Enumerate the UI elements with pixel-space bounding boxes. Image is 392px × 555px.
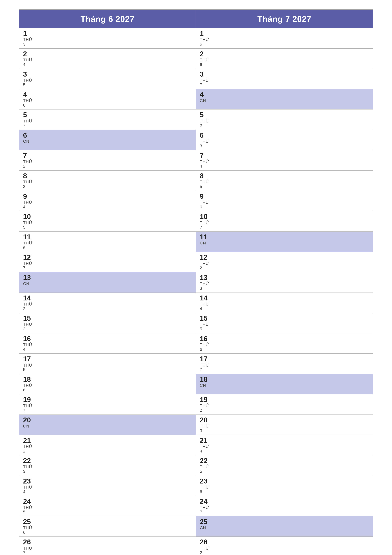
july-day-num-9: 9 — [200, 193, 370, 200]
june-day-week-2: 4 — [23, 62, 192, 67]
june-day-num-13: 13 — [23, 274, 192, 281]
june-day-num-25: 25 — [23, 518, 192, 526]
july-day-21: 21 THỨ 4 — [196, 435, 373, 455]
june-day-1: 1 THỨ 3 — [19, 28, 196, 49]
july-day-week-10: 7 — [200, 225, 370, 230]
july-day-week-6: 3 — [200, 144, 370, 148]
july-day-18: 18 CN — [196, 374, 373, 394]
june-day-week-4: 6 — [23, 103, 192, 108]
june-day-label-12: THỨ — [23, 261, 192, 266]
june-day-16: 16 THỨ 4 — [19, 333, 196, 354]
july-day-label-1: THỨ — [200, 37, 370, 42]
june-day-week-22: 3 — [23, 469, 192, 474]
july-day-num-5: 5 — [200, 111, 370, 119]
july-day-num-26: 26 — [200, 538, 370, 546]
june-day-18: 18 THỨ 6 — [19, 374, 196, 394]
july-day-week-8: 5 — [200, 184, 370, 189]
june-day-label-13: CN — [23, 281, 192, 286]
july-day-label-21: THỨ — [200, 444, 370, 449]
june-day-label-1: THỨ — [23, 37, 192, 42]
june-day-label-10: THỨ — [23, 220, 192, 225]
header-row: Tháng 6 2027 Tháng 7 2027 — [19, 10, 373, 28]
july-day-week-21: 4 — [200, 449, 370, 453]
july-day-week-7: 4 — [200, 164, 370, 168]
june-day-14: 14 THỨ 2 — [19, 293, 196, 313]
june-day-week-15: 3 — [23, 327, 192, 331]
july-day-label-9: THỨ — [200, 200, 370, 205]
june-day-label-8: THỨ — [23, 180, 192, 184]
june-day-week-19: 7 — [23, 408, 192, 413]
june-day-num-16: 16 — [23, 335, 192, 343]
july-day-num-1: 1 — [200, 30, 370, 37]
july-day-num-19: 19 — [200, 396, 370, 403]
june-day-2: 2 THỨ 4 — [19, 49, 196, 69]
june-day-label-24: THỨ — [23, 505, 192, 510]
month2-header: Tháng 7 2027 — [196, 10, 373, 28]
june-day-num-26: 26 — [23, 538, 192, 546]
july-day-num-16: 16 — [200, 335, 370, 343]
june-day-num-14: 14 — [23, 294, 192, 302]
july-day-label-10: THỨ — [200, 220, 370, 225]
july-day-9: 9 THỨ 6 — [196, 191, 373, 211]
july-day-11: 11 CN — [196, 232, 373, 252]
july-day-week-20: 3 — [200, 428, 370, 433]
june-day-label-14: THỨ — [23, 302, 192, 307]
july-day-num-20: 20 — [200, 416, 370, 424]
june-day-label-18: THỨ — [23, 383, 192, 388]
july-day-num-6: 6 — [200, 131, 370, 139]
july-day-25: 25 CN — [196, 516, 373, 537]
july-day-num-7: 7 — [200, 152, 370, 159]
days-grid: 1 THỨ 31 THỨ 52 THỨ 42 THỨ 63 THỨ 53 THỨ… — [19, 28, 373, 555]
july-day-label-13: THỨ — [200, 281, 370, 286]
june-day-25: 25 THỨ 6 — [19, 516, 196, 537]
july-day-label-24: THỨ — [200, 505, 370, 510]
june-day-label-5: THỨ — [23, 119, 192, 124]
july-day-3: 3 THỨ 7 — [196, 69, 373, 89]
july-day-24: 24 THỨ 7 — [196, 496, 373, 516]
june-day-23: 23 THỨ 4 — [19, 476, 196, 496]
july-day-label-3: THỨ — [200, 78, 370, 83]
july-day-5: 5 THỨ 2 — [196, 110, 373, 130]
june-day-num-6: 6 — [23, 131, 192, 139]
june-day-label-16: THỨ — [23, 343, 192, 347]
july-day-label-7: THỨ — [200, 160, 370, 164]
july-day-num-8: 8 — [200, 172, 370, 180]
july-day-label-19: THỨ — [200, 404, 370, 408]
june-day-3: 3 THỨ 5 — [19, 69, 196, 89]
july-day-week-12: 2 — [200, 266, 370, 270]
july-day-label-17: THỨ — [200, 363, 370, 367]
june-day-num-17: 17 — [23, 355, 192, 363]
july-day-num-17: 17 — [200, 355, 370, 363]
july-day-num-10: 10 — [200, 213, 370, 220]
june-day-num-4: 4 — [23, 91, 192, 98]
july-day-12: 12 THỨ 2 — [196, 252, 373, 272]
july-day-num-24: 24 — [200, 497, 370, 505]
july-day-6: 6 THỨ 3 — [196, 130, 373, 150]
june-day-num-21: 21 — [23, 437, 192, 444]
july-day-num-12: 12 — [200, 254, 370, 261]
june-day-22: 22 THỨ 3 — [19, 455, 196, 476]
june-day-num-7: 7 — [23, 152, 192, 159]
june-day-label-6: CN — [23, 139, 192, 144]
july-day-num-14: 14 — [200, 294, 370, 302]
july-day-num-4: 4 — [200, 91, 370, 98]
july-day-label-14: THỨ — [200, 302, 370, 307]
june-day-label-7: THỨ — [23, 160, 192, 164]
july-day-label-11: CN — [200, 241, 370, 245]
june-day-num-9: 9 — [23, 193, 192, 200]
june-day-week-8: 3 — [23, 184, 192, 189]
june-day-week-14: 2 — [23, 307, 192, 311]
june-day-week-26: 7 — [23, 550, 192, 555]
page: Tháng 6 2027 Tháng 7 2027 1 THỨ 31 THỨ 5… — [0, 0, 392, 555]
june-day-week-9: 4 — [23, 205, 192, 209]
july-day-week-14: 4 — [200, 307, 370, 311]
june-day-17: 17 THỨ 5 — [19, 354, 196, 374]
july-day-label-4: CN — [200, 98, 370, 103]
july-day-label-20: THỨ — [200, 424, 370, 428]
july-day-num-13: 13 — [200, 274, 370, 281]
june-day-21: 21 THỨ 2 — [19, 435, 196, 455]
june-day-19: 19 THỨ 7 — [19, 394, 196, 415]
june-day-num-24: 24 — [23, 497, 192, 505]
june-day-label-9: THỨ — [23, 200, 192, 205]
june-day-24: 24 THỨ 5 — [19, 496, 196, 516]
